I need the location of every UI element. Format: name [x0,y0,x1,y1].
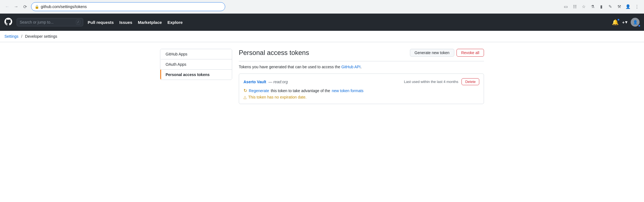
token-scope: — read:org [268,80,288,84]
cast-icon[interactable]: ▭ [562,3,570,11]
notifications-button[interactable]: 🔔 [612,19,619,26]
browser-actions: ▭ ☷ ☆ ⚗ ▮ ✎ ⚒ 👤 ⋮ [562,3,641,11]
regenerate-row: ↻ Regenerate this token to take advantag… [244,88,479,93]
page-title: Personal access tokens [239,49,309,57]
content-area: Personal access tokens Generate new toke… [239,49,484,104]
user-avatar-chrome[interactable]: 👤 [624,3,632,11]
regenerate-icon: ↻ [244,88,247,93]
breadcrumb-current: Developer settings [25,34,57,39]
regenerate-link[interactable]: Regenerate [249,89,269,93]
search-kbd: / [76,20,80,25]
back-button[interactable]: ← [3,3,11,11]
lock-icon: 🔒 [35,5,39,9]
token-name-link[interactable]: Aserto Vault [244,80,266,84]
github-nav: Search or jump to... / Pull requests Iss… [0,14,644,31]
plus-icon: + [622,20,625,25]
new-token-formats-link[interactable]: new token formats [332,89,363,93]
token-card: Aserto Vault — read:org Last used within… [239,74,484,104]
breadcrumb-separator: / [21,34,22,39]
token-delete-button[interactable]: Delete [462,78,479,85]
token-last-used: Last used within the last 4 months [404,80,458,84]
breadcrumb: Settings / Developer settings [0,31,644,42]
tab-search-icon[interactable]: ☷ [571,3,579,11]
main-container: GitHub Apps OAuth Apps Personal access t… [156,42,488,111]
url-input[interactable] [41,4,222,9]
dropdown-arrow: ▾ [625,20,627,25]
sidebar-list: GitHub Apps OAuth Apps Personal access t… [160,49,232,80]
bookmark-icon[interactable]: ☆ [580,3,587,11]
puzzle-icon[interactable]: ⚒ [615,3,623,11]
nav-pull-requests[interactable]: Pull requests [88,20,114,25]
github-api-link[interactable]: GitHub API [341,65,361,69]
menu-icon[interactable]: ⋮ [633,3,641,11]
warning-icon: △ [244,95,247,99]
edit-icon[interactable]: ✎ [606,3,614,11]
nav-links: Pull requests Issues Marketplace Explore [88,20,183,25]
search-box[interactable]: Search or jump to... / [17,18,83,26]
nav-right: 🔔 + ▾ 👤 [612,18,640,27]
forward-button[interactable]: → [12,3,20,11]
video-icon[interactable]: ▮ [597,3,605,11]
github-logo[interactable] [4,18,12,27]
token-warning-text: This token has no expiration date. [248,95,306,99]
token-header-right: Last used within the last 4 months Delet… [404,78,479,85]
nav-buttons: ← → ⟳ [3,3,29,11]
address-bar[interactable]: 🔒 [31,2,225,11]
token-header-left: Aserto Vault — read:org [244,80,288,84]
breadcrumb-settings-link[interactable]: Settings [4,34,19,39]
sidebar-item-personal-tokens[interactable]: Personal access tokens [160,70,232,80]
header-actions: Generate new token Revoke all [410,49,484,57]
regenerate-text-middle: this token to take advantage of the [271,89,330,93]
browser-chrome: ← → ⟳ 🔒 ▭ ☷ ☆ ⚗ ▮ ✎ ⚒ 👤 ⋮ [0,0,644,14]
sidebar-item-oauth-apps[interactable]: OAuth Apps [160,59,232,70]
description-prefix: Tokens you have generated that can be us… [239,65,341,69]
user-avatar[interactable]: 👤 [631,18,640,27]
extension-icon[interactable]: ⚗ [589,3,596,11]
token-actions: ↻ Regenerate this token to take advantag… [244,88,479,99]
sidebar-item-github-apps[interactable]: GitHub Apps [160,49,232,59]
avatar-badge [638,24,641,27]
avatar-image: 👤 [633,20,638,24]
create-new-button[interactable]: + ▾ [622,20,627,25]
content-header: Personal access tokens Generate new toke… [239,49,484,61]
search-placeholder: Search or jump to... [20,20,74,24]
generate-new-token-button[interactable]: Generate new token [410,49,454,57]
nav-explore[interactable]: Explore [168,20,183,25]
description-suffix: . [361,65,362,69]
revoke-all-button[interactable]: Revoke all [457,49,484,57]
sidebar: GitHub Apps OAuth Apps Personal access t… [160,49,232,104]
nav-issues[interactable]: Issues [119,20,132,25]
nav-marketplace[interactable]: Marketplace [138,20,162,25]
reload-button[interactable]: ⟳ [21,3,29,11]
description-text: Tokens you have generated that can be us… [239,65,484,69]
token-card-header: Aserto Vault — read:org Last used within… [244,78,479,85]
warning-row: △ This token has no expiration date. [244,95,479,99]
notification-badge [617,18,620,21]
